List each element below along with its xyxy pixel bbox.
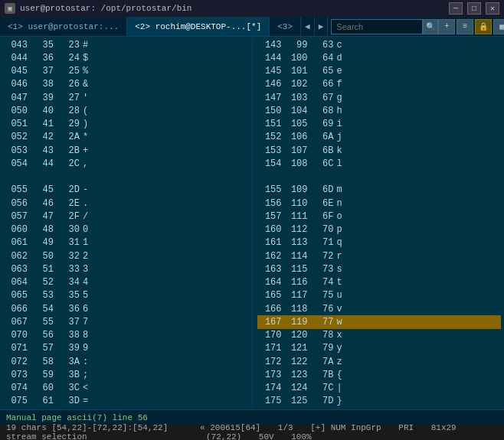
hex-cell: 7B xyxy=(311,370,334,380)
oct-cell: 165 xyxy=(259,290,282,301)
hex-cell: 64 xyxy=(311,53,334,64)
char-cell: c xyxy=(337,40,351,51)
dec-cell: 51 xyxy=(31,264,54,275)
view-button[interactable]: ≡ xyxy=(457,19,473,34)
title-controls: ─ □ ✕ xyxy=(449,2,499,15)
oct-cell: 156 xyxy=(259,198,282,209)
hex-cell: 71 xyxy=(311,237,334,248)
table-row: 0473927' xyxy=(3,91,247,104)
oct-cell: 152 xyxy=(259,132,282,142)
oct-cell: 173 xyxy=(259,370,282,380)
table-row: 14410064d xyxy=(257,51,502,64)
oct-cell: 071 xyxy=(5,343,28,354)
tab-3[interactable]: <3> xyxy=(270,17,301,36)
tab-next-button[interactable]: ▶ xyxy=(315,17,329,36)
hex-cell: 2C xyxy=(57,158,80,169)
dec-cell: 61 xyxy=(31,396,54,406)
char-cell: u xyxy=(337,290,351,301)
dec-cell: 44 xyxy=(31,158,54,169)
close-button[interactable]: ✕ xyxy=(486,2,499,15)
oct-cell: 147 xyxy=(259,93,282,103)
title-bar-left: ▣ user@protostar: /opt/protostar/bin xyxy=(5,3,191,14)
dec-cell: 106 xyxy=(285,132,308,142)
dec-cell: 57 xyxy=(31,343,54,354)
table-row: 0514129) xyxy=(3,118,247,131)
char-cell: 8 xyxy=(83,330,97,341)
hex-cell: 34 xyxy=(57,277,80,288)
maximize-button[interactable]: □ xyxy=(467,2,481,15)
dec-cell: 107 xyxy=(285,145,308,156)
table-row: 16011270p xyxy=(257,223,502,236)
encoding-info: 50V xyxy=(259,432,274,440)
oct-cell: 145 xyxy=(259,66,282,77)
search-input[interactable] xyxy=(331,19,423,34)
dec-cell: 114 xyxy=(285,251,308,262)
toolbar-right: + ≡ 🔒 ▦ … xyxy=(438,19,504,34)
lock-button[interactable]: 🔒 xyxy=(475,19,492,34)
right-column: 1439963c14410064d14510165e14610266f14710… xyxy=(254,38,505,408)
tab-2[interactable]: <2> rochim@DESKTOP-...[*] xyxy=(127,17,270,36)
dec-cell: 47 xyxy=(31,211,54,222)
char-cell: { xyxy=(337,370,351,380)
window-title: user@protostar: /opt/protostar/bin xyxy=(20,4,191,13)
table-row: 14710367g xyxy=(257,91,502,104)
add-button[interactable]: + xyxy=(438,19,455,34)
tab-prev-button[interactable]: ◀ xyxy=(301,17,315,36)
hex-cell: 76 xyxy=(311,304,334,315)
table-row: 06351333 xyxy=(3,262,247,275)
dec-cell: 119 xyxy=(285,317,308,328)
dec-cell: 59 xyxy=(31,370,54,380)
oct-cell: 065 xyxy=(5,290,28,301)
oct-cell: 056 xyxy=(5,198,28,209)
hex-cell: 3B xyxy=(57,370,80,380)
hex-cell: 65 xyxy=(311,66,334,77)
char-cell: i xyxy=(337,119,351,129)
oct-cell: 170 xyxy=(259,330,282,341)
hex-cell: 68 xyxy=(311,106,334,116)
dec-cell: 37 xyxy=(31,66,54,77)
oct-cell: 070 xyxy=(5,330,28,341)
table-row: 1521066Aj xyxy=(257,131,502,144)
oct-cell: 144 xyxy=(259,53,282,64)
mode-info: [+] NUM InpGrp xyxy=(310,423,381,432)
char-cell: k xyxy=(337,145,351,156)
tab-1[interactable]: <1> user@protostar:... xyxy=(0,17,127,36)
ascii-table: 0433523#0443624$0453725%0463826&0473927'… xyxy=(0,37,504,409)
hex-cell: 6D xyxy=(311,184,334,195)
table-row: 1571116Fo xyxy=(257,210,502,223)
hex-cell: 74 xyxy=(311,277,334,288)
oct-cell: 061 xyxy=(5,237,28,248)
table-row: 075613D= xyxy=(3,395,247,408)
fraction-info: 1/3 xyxy=(278,423,293,432)
oct-cell: 044 xyxy=(5,53,28,64)
table-row: 1541086Cl xyxy=(257,157,502,170)
table-row: 1561106En xyxy=(257,197,502,210)
oct-cell: 054 xyxy=(5,158,28,169)
hex-cell: 3D xyxy=(57,396,80,406)
format-info: PRI xyxy=(398,423,414,432)
char-cell: 2 xyxy=(83,251,97,262)
oct-cell: 157 xyxy=(259,211,282,222)
dec-cell: 42 xyxy=(31,132,54,142)
hex-cell: 78 xyxy=(311,330,334,341)
dec-cell: 121 xyxy=(285,343,308,354)
dec-cell: 60 xyxy=(31,383,54,393)
char-cell: z xyxy=(337,357,351,367)
oct-cell: 066 xyxy=(5,304,28,315)
minimize-button[interactable]: ─ xyxy=(449,2,463,15)
oct-cell: 172 xyxy=(259,357,282,367)
left-column: 0433523#0443624$0453725%0463826&0473927'… xyxy=(0,38,250,408)
char-cell: ' xyxy=(83,93,97,103)
search-button[interactable]: 🔍 xyxy=(423,19,438,34)
dec-cell: 100 xyxy=(285,53,308,64)
grid-button[interactable]: ▦ xyxy=(493,19,504,34)
oct-cell: 075 xyxy=(5,396,28,406)
char-cell: / xyxy=(83,211,97,222)
dec-cell: 118 xyxy=(285,304,308,315)
dec-cell: 36 xyxy=(31,53,54,64)
hex-cell: 67 xyxy=(311,93,334,103)
table-row xyxy=(257,171,502,184)
char-cell: . xyxy=(83,198,97,209)
hex-cell: 2F xyxy=(57,211,80,222)
table-row: 1751257D} xyxy=(257,395,502,408)
